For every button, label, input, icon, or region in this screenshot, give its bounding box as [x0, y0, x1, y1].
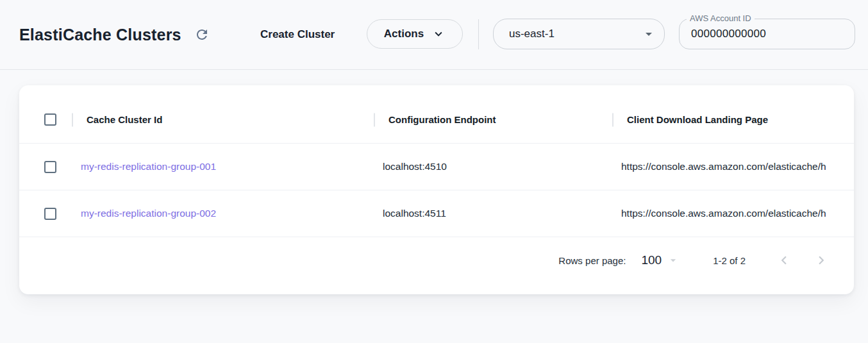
chevron-left-icon: [776, 252, 792, 269]
configuration-endpoint-cell: localhost:4511: [374, 208, 613, 219]
cache-cluster-id-cell: my-redis-replication-group-002: [72, 208, 374, 219]
select-all-checkbox[interactable]: [44, 113, 56, 126]
configuration-endpoint-cell: localhost:4510: [374, 161, 613, 172]
cache-cluster-id-cell: my-redis-replication-group-001: [72, 161, 374, 172]
cluster-link[interactable]: my-redis-replication-group-001: [81, 161, 216, 172]
rows-per-page-select[interactable]: 100: [641, 253, 680, 267]
landing-page-cell: https://console.aws.amazon.com/elasticac…: [613, 208, 854, 219]
rows-per-page-label: Rows per page:: [558, 255, 626, 266]
actions-button-label: Actions: [384, 28, 424, 40]
actions-button[interactable]: Actions: [367, 19, 463, 49]
row-checkbox[interactable]: [44, 208, 56, 220]
table-header-row: Cache Cluster Id Configuration Endpoint …: [19, 96, 854, 144]
header-checkbox-cell: [19, 113, 72, 126]
top-toolbar: ElastiCache Clusters Create Cluster Acti…: [0, 0, 868, 70]
row-checkbox-cell: [19, 208, 72, 220]
next-page-button[interactable]: [812, 251, 830, 269]
region-select[interactable]: us-east-1: [493, 19, 665, 49]
table-row[interactable]: my-redis-replication-group-002 localhost…: [19, 190, 854, 237]
aws-account-id-field[interactable]: AWS Account ID 000000000000: [679, 19, 855, 49]
arrow-drop-down-icon: [667, 254, 680, 267]
region-select-value: us-east-1: [509, 28, 555, 40]
toolbar-divider: [478, 19, 479, 49]
column-separator[interactable]: [612, 113, 613, 126]
aws-account-id-value: 000000000000: [691, 28, 766, 40]
clusters-table: Cache Cluster Id Configuration Endpoint …: [19, 85, 854, 294]
aws-account-id-label: AWS Account ID: [687, 13, 755, 23]
rows-per-page-value: 100: [641, 253, 662, 267]
refresh-button[interactable]: [192, 25, 212, 44]
chevron-down-icon: [431, 27, 446, 41]
row-checkbox-cell: [19, 161, 72, 173]
column-separator[interactable]: [374, 113, 375, 126]
landing-page-cell: https://console.aws.amazon.com/elasticac…: [613, 161, 854, 172]
refresh-icon: [194, 27, 210, 42]
column-header-cache-cluster-id[interactable]: Cache Cluster Id: [72, 114, 374, 125]
column-header-client-download-landing-page[interactable]: Client Download Landing Page: [613, 114, 854, 125]
page-title: ElastiCache Clusters: [19, 26, 181, 44]
chevron-right-icon: [813, 252, 830, 269]
column-header-label: Configuration Endpoint: [388, 114, 496, 125]
pagination-range-label: 1-2 of 2: [713, 255, 746, 266]
column-header-configuration-endpoint[interactable]: Configuration Endpoint: [374, 114, 613, 125]
column-separator[interactable]: [72, 113, 73, 126]
table-row[interactable]: my-redis-replication-group-001 localhost…: [19, 144, 854, 190]
previous-page-button[interactable]: [775, 251, 793, 269]
cluster-link[interactable]: my-redis-replication-group-002: [81, 208, 216, 219]
column-header-label: Client Download Landing Page: [627, 114, 768, 125]
row-checkbox[interactable]: [44, 161, 56, 173]
create-cluster-button[interactable]: Create Cluster: [260, 28, 335, 41]
pagination-bar: Rows per page: 100 1-2 of 2: [19, 237, 854, 283]
column-header-label: Cache Cluster Id: [87, 114, 162, 125]
arrow-drop-down-icon: [641, 26, 656, 42]
